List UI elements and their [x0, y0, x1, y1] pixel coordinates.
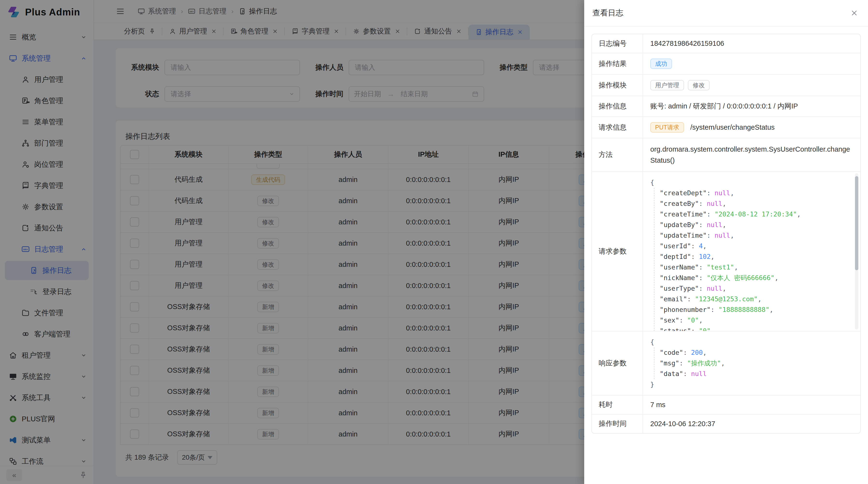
detail-label: 请求参数 — [592, 172, 643, 331]
log-detail-drawer: 查看日志 日志编号1842781986426159106操作结果成功操作模块用户… — [584, 0, 868, 484]
detail-label: 操作结果 — [592, 53, 643, 74]
request-url: /system/user/changeStatus — [690, 123, 775, 131]
detail-label: 方法 — [592, 138, 643, 171]
code-scrollbar-thumb[interactable] — [855, 176, 858, 270]
detail-row-0: 日志编号1842781986426159106 — [592, 34, 860, 53]
json-code: {"code": 200,"msg": "操作成功","data": null} — [650, 337, 853, 390]
detail-label: 日志编号 — [592, 34, 643, 53]
detail-value: 1842781986426159106 — [650, 39, 724, 47]
module-tag: 修改 — [688, 80, 710, 90]
drawer-title: 查看日志 — [592, 8, 623, 18]
drawer-overlay[interactable] — [0, 0, 584, 484]
app-root: Plus Admin 概览系统管理用户管理角色管理菜单管理部门管理岗位管理字典管… — [0, 0, 868, 484]
result-tag: 成功 — [650, 59, 672, 69]
code-scrollbar — [855, 173, 858, 329]
module-tag: 用户管理 — [650, 80, 684, 90]
detail-value: org.dromara.system.controller.system.Sys… — [650, 144, 853, 166]
detail-row-8: 耗时7 ms — [592, 395, 860, 415]
log-detail-descriptions: 日志编号1842781986426159106操作结果成功操作模块用户管理修改操… — [591, 34, 861, 433]
detail-label: 操作模块 — [592, 75, 643, 96]
drawer-body: 日志编号1842781986426159106操作结果成功操作模块用户管理修改操… — [584, 27, 868, 441]
detail-label: 请求信息 — [592, 117, 643, 138]
detail-label: 耗时 — [592, 395, 643, 414]
http-method-tag: PUT请求 — [650, 122, 684, 133]
detail-label: 操作时间 — [592, 415, 643, 433]
detail-row-5: 方法org.dromara.system.controller.system.S… — [592, 138, 860, 172]
detail-row-3: 操作信息账号: admin / 研发部门 / 0:0:0:0:0:0:0:1 /… — [592, 96, 860, 117]
close-icon[interactable] — [850, 9, 858, 17]
detail-row-7: 响应参数{"code": 200,"msg": "操作成功","data": n… — [592, 331, 860, 395]
detail-value: 7 ms — [650, 401, 665, 409]
json-code: {"createDept": null,"createBy": null,"cr… — [650, 177, 853, 331]
detail-value: 账号: admin / 研发部门 / 0:0:0:0:0:0:0:1 / 内网I… — [650, 101, 798, 111]
detail-row-2: 操作模块用户管理修改 — [592, 75, 860, 96]
drawer-header: 查看日志 — [584, 0, 868, 27]
detail-row-9: 操作时间2024-10-06 12:20:37 — [592, 415, 860, 433]
detail-label: 操作信息 — [592, 96, 643, 117]
detail-label: 响应参数 — [592, 331, 643, 395]
detail-value: 2024-10-06 12:20:37 — [650, 420, 715, 428]
detail-row-4: 请求信息PUT请求/system/user/changeStatus — [592, 117, 860, 138]
detail-row-1: 操作结果成功 — [592, 53, 860, 75]
detail-row-6: 请求参数{"createDept": null,"createBy": null… — [592, 172, 860, 331]
